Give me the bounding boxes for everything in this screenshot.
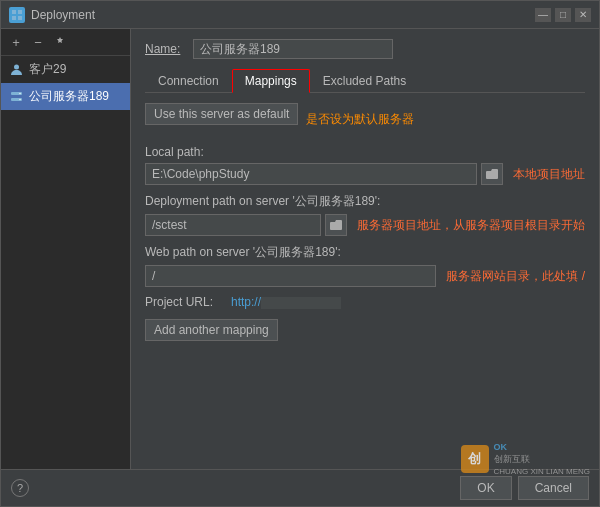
help-button[interactable]: ? <box>11 479 29 497</box>
local-path-row: 本地项目地址 <box>145 163 585 185</box>
svg-rect-3 <box>18 16 22 20</box>
tabs-bar: Connection Mappings Excluded Paths <box>145 69 585 93</box>
default-server-row: Use this server as default 是否设为默认服务器 <box>145 103 585 135</box>
close-button[interactable]: ✕ <box>575 8 591 22</box>
restore-button[interactable]: □ <box>555 8 571 22</box>
sidebar-item-label-company189: 公司服务器189 <box>29 88 109 105</box>
window-title: Deployment <box>31 8 535 22</box>
watermark-text: OK 创新互联 CHUANG XIN LIAN MENG <box>494 441 590 477</box>
svg-rect-10 <box>330 223 342 230</box>
watermark: 创 OK 创新互联 CHUANG XIN LIAN MENG <box>461 441 590 477</box>
use-default-annotation: 是否设为默认服务器 <box>306 111 414 128</box>
web-path-input[interactable] <box>145 265 436 287</box>
deployment-path-browse-button[interactable] <box>325 214 347 236</box>
svg-rect-1 <box>18 10 22 14</box>
title-bar: Deployment — □ ✕ <box>1 1 599 29</box>
web-path-annotation: 服务器网站目录，此处填 / <box>446 268 585 285</box>
person-icon <box>9 63 23 77</box>
add-server-button[interactable]: + <box>7 33 25 51</box>
web-path-label: Web path on server '公司服务器189': <box>145 244 585 261</box>
svg-point-7 <box>19 93 20 94</box>
server-icon <box>9 90 23 104</box>
local-path-annotation: 本地项目地址 <box>513 166 585 183</box>
watermark-icon: 创 <box>461 445 489 473</box>
local-path-label: Local path: <box>145 145 585 159</box>
tab-excluded-paths[interactable]: Excluded Paths <box>310 69 419 93</box>
remove-server-button[interactable]: − <box>29 33 47 51</box>
deployment-path-input[interactable] <box>145 214 321 236</box>
ok-button[interactable]: OK <box>460 476 511 500</box>
settings-button[interactable] <box>51 33 69 51</box>
project-url-label: Project URL: <box>145 295 225 309</box>
add-mapping-button[interactable]: Add another mapping <box>145 319 278 341</box>
local-path-browse-button[interactable] <box>481 163 503 185</box>
use-default-button[interactable]: Use this server as default <box>145 103 298 125</box>
deployment-path-label: Deployment path on server '公司服务器189': <box>145 193 585 210</box>
svg-rect-9 <box>486 172 498 179</box>
sidebar-toolbar: + − <box>1 29 130 56</box>
content-area: Name: Connection Mappings Excluded Paths… <box>131 29 599 469</box>
deployment-path-annotation: 服务器项目地址，从服务器项目根目录开始 <box>357 217 585 234</box>
main-layout: + − 客户29 <box>1 29 599 469</box>
web-path-row: 服务器网站目录，此处填 / <box>145 265 585 287</box>
svg-point-8 <box>19 99 20 100</box>
sidebar-item-company189[interactable]: 公司服务器189 <box>1 83 130 110</box>
window-controls: — □ ✕ <box>535 8 591 22</box>
cancel-button[interactable]: Cancel <box>518 476 589 500</box>
deployment-path-row: 服务器项目地址，从服务器项目根目录开始 <box>145 214 585 236</box>
sidebar-item-label-guest29: 客户29 <box>29 61 66 78</box>
name-row: Name: <box>145 39 585 59</box>
name-label: Name: <box>145 42 185 56</box>
svg-rect-2 <box>12 16 16 20</box>
project-url-value: http:// <box>231 295 341 309</box>
tab-connection[interactable]: Connection <box>145 69 232 93</box>
svg-rect-0 <box>12 10 16 14</box>
tab-mappings[interactable]: Mappings <box>232 69 310 93</box>
bottom-buttons: OK Cancel <box>460 476 589 500</box>
sidebar-item-guest29[interactable]: 客户29 <box>1 56 130 83</box>
deployment-window: Deployment — □ ✕ + − <box>0 0 600 507</box>
minimize-button[interactable]: — <box>535 8 551 22</box>
name-input[interactable] <box>193 39 393 59</box>
project-url-row: Project URL: http:// <box>145 295 585 309</box>
svg-point-4 <box>14 65 19 70</box>
app-icon <box>9 7 25 23</box>
local-path-input[interactable] <box>145 163 477 185</box>
sidebar: + − 客户29 <box>1 29 131 469</box>
